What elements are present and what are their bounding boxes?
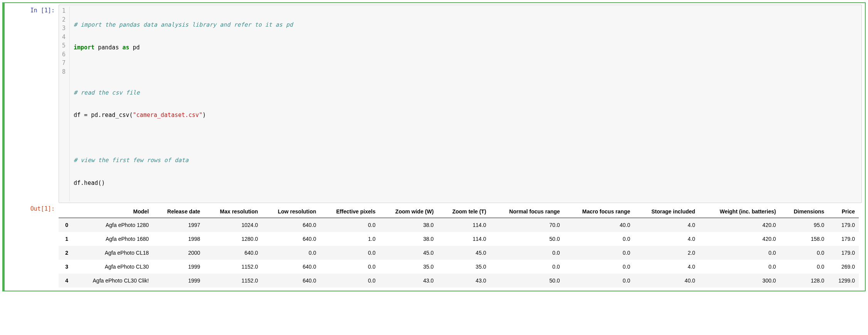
cell: 0.0 [490, 246, 564, 260]
cell: 640.0 [262, 218, 320, 232]
col-header: Max resolution [204, 205, 262, 218]
cell: 1024.0 [204, 218, 262, 232]
code-line[interactable] [74, 134, 293, 142]
cell: 0.0 [320, 246, 379, 260]
cell: 70.0 [490, 218, 564, 232]
gutter-line: 3 [62, 24, 66, 33]
cell: 2.0 [634, 246, 699, 260]
cell: Agfa ePhoto 1680 [72, 232, 153, 246]
cell: Agfa ePhoto CL18 [72, 246, 153, 260]
cell: 0.0 [564, 232, 634, 246]
cell: Agfa ePhoto CL30 [72, 260, 153, 274]
col-header: Weight (inc. batteries) [699, 205, 780, 218]
input-prompt: In [1]: [5, 5, 59, 203]
table-row: 0 Agfa ePhoto 1280 1997 1024.0 640.0 0.0… [59, 218, 859, 232]
cell: 50.0 [490, 232, 564, 246]
code-line[interactable] [74, 66, 293, 74]
cell: 35.0 [437, 260, 490, 274]
col-header: Dimensions [780, 205, 828, 218]
gutter-line: 2 [62, 15, 66, 24]
cell: 0.0 [780, 246, 828, 260]
cell: 114.0 [437, 218, 490, 232]
cell: 1152.0 [204, 260, 262, 274]
cell: 0.0 [490, 260, 564, 274]
cell: 158.0 [780, 232, 828, 246]
cell: 4.0 [634, 232, 699, 246]
code-input[interactable]: 1 2 3 4 5 6 7 8 # import the pandas data… [59, 5, 862, 203]
line-gutter: 1 2 3 4 5 6 7 8 [59, 7, 70, 201]
code-line[interactable]: import pandas as pd [74, 43, 293, 52]
col-header: Effective pixels [320, 205, 379, 218]
cell: 179.0 [828, 246, 859, 260]
cell: 40.0 [634, 274, 699, 288]
cell: 0.0 [564, 274, 634, 288]
gutter-line: 6 [62, 50, 66, 59]
col-header: Storage included [634, 205, 699, 218]
cell: Agfa ePhoto 1280 [72, 218, 153, 232]
cell: 38.0 [379, 218, 437, 232]
cell: 128.0 [780, 274, 828, 288]
cell: 4.0 [634, 260, 699, 274]
code-line[interactable]: # import the pandas data analysis librar… [74, 20, 293, 29]
cell: 1299.0 [828, 274, 859, 288]
cell: 640.0 [204, 246, 262, 260]
code-area[interactable]: # import the pandas data analysis librar… [70, 7, 297, 201]
cell: 43.0 [437, 274, 490, 288]
table-body: 0 Agfa ePhoto 1280 1997 1024.0 640.0 0.0… [59, 218, 859, 288]
cell: 269.0 [828, 260, 859, 274]
cell: 420.0 [699, 232, 780, 246]
cell: 1152.0 [204, 274, 262, 288]
cell: 1999 [153, 260, 204, 274]
output-prompt: Out[1]: [5, 203, 59, 288]
row-index: 3 [59, 260, 72, 274]
code-line[interactable]: # read the csv file [74, 88, 293, 97]
table-row: 4 Agfa ePhoto CL30 Clik! 1999 1152.0 640… [59, 274, 859, 288]
input-row: In [1]: 1 2 3 4 5 6 7 8 # import the pan… [5, 5, 862, 203]
row-index: 0 [59, 218, 72, 232]
cell: 0.0 [564, 260, 634, 274]
col-header: Zoom wide (W) [379, 205, 437, 218]
cell: 0.0 [320, 218, 379, 232]
cell: 43.0 [379, 274, 437, 288]
cell: 420.0 [699, 218, 780, 232]
row-index: 2 [59, 246, 72, 260]
cell: 640.0 [262, 232, 320, 246]
cell: 1.0 [320, 232, 379, 246]
code-line[interactable]: # view the first few rows of data [74, 156, 293, 165]
cell: 640.0 [262, 260, 320, 274]
cell: 640.0 [262, 274, 320, 288]
cell: 0.0 [699, 260, 780, 274]
output-row: Out[1]: Model Release date Max resolutio… [5, 203, 862, 288]
gutter-line: 7 [62, 59, 66, 68]
cell: 0.0 [699, 246, 780, 260]
cell: 179.0 [828, 218, 859, 232]
row-index: 4 [59, 274, 72, 288]
cell: 2000 [153, 246, 204, 260]
index-header [59, 205, 72, 218]
dataframe-table: Model Release date Max resolution Low re… [59, 205, 859, 288]
output-area: Model Release date Max resolution Low re… [59, 203, 862, 288]
table-row: 1 Agfa ePhoto 1680 1998 1280.0 640.0 1.0… [59, 232, 859, 246]
col-header: Macro focus range [564, 205, 634, 218]
cell: 95.0 [780, 218, 828, 232]
code-line[interactable]: df = pd.read_csv("camera_dataset.csv") [74, 111, 293, 120]
cell: 0.0 [780, 260, 828, 274]
code-line[interactable]: df.head() [74, 179, 293, 188]
gutter-line: 5 [62, 41, 66, 50]
cell: 1998 [153, 232, 204, 246]
col-header: Normal focus range [490, 205, 564, 218]
cell: 38.0 [379, 232, 437, 246]
col-header: Price [828, 205, 859, 218]
cell: 35.0 [379, 260, 437, 274]
cell: 1999 [153, 274, 204, 288]
cell: 1997 [153, 218, 204, 232]
cell: 114.0 [437, 232, 490, 246]
cell: Agfa ePhoto CL30 Clik! [72, 274, 153, 288]
gutter-line: 1 [62, 7, 66, 15]
cell: 0.0 [320, 274, 379, 288]
cell: 0.0 [320, 260, 379, 274]
cell: 50.0 [490, 274, 564, 288]
row-index: 1 [59, 232, 72, 246]
header-row: Model Release date Max resolution Low re… [59, 205, 859, 218]
cell: 45.0 [379, 246, 437, 260]
